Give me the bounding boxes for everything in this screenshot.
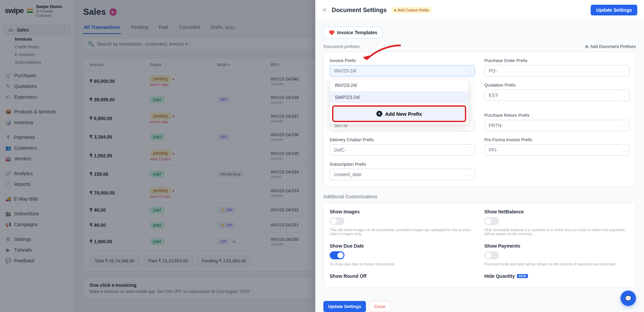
chevron-down-icon: ⌄ [623,69,625,73]
add-custom-fields-badge[interactable]: ●Add Custom Fields [391,7,432,13]
heart-icon: ❤️ [329,30,334,35]
po-prefix-select[interactable]: PO-⌄ [484,65,630,76]
invoice-prefix-dropdown: INV/23-24/ SWP/23-24/ + Add New Prefix [330,79,469,124]
show-netbalance-toggle[interactable] [484,217,499,225]
add-new-prefix-button[interactable]: + Add New Prefix [332,105,466,122]
chevron-down-icon: ⌄ [468,124,471,127]
chat-widget[interactable]: 💬 [621,291,636,306]
update-settings-button-footer[interactable]: Update Settings [323,301,366,312]
plus-icon: + [376,111,382,117]
purchase-return-prefix-select[interactable]: PRTN-⌄ [484,120,630,131]
invoice-templates-button[interactable]: ❤️ Invoice Templates [323,27,383,39]
close-button-footer[interactable]: Close [369,301,390,312]
chat-icon: 💬 [625,295,632,302]
show-payments-label: Show Payments [484,243,630,249]
show-images-label: Show Images [330,209,475,214]
subscription-prefix-select[interactable]: created_date⌄ [330,169,475,180]
hide-quantity-label: Hide QuantityNEW [484,273,630,279]
quotation-prefix-select[interactable]: EST-⌄ [484,90,630,101]
show-netbalance-label: Show NetBalance [484,209,630,214]
chevron-down-icon: ⌄ [468,148,471,152]
show-images-toggle[interactable] [330,217,344,225]
chevron-down-icon: ⌄ [623,148,625,152]
new-badge: NEW [517,274,528,278]
delivery-prefix-select[interactable]: DelC-⌄ [330,144,475,156]
plus-circle-icon: ⊕ [585,44,589,49]
show-payments-toggle[interactable] [484,251,499,259]
subscription-prefix-label: Subscription Prefix [330,162,475,167]
close-icon[interactable]: ✕ [322,6,327,14]
chevron-down-icon: ⌄ [468,69,471,73]
drawer-title: Document Settings [332,7,387,14]
purchase-return-prefix-label: Purchase Return Prefix [484,113,630,118]
add-document-prefixes-link[interactable]: ⊕Add Document Prefixes [585,44,636,49]
bolt-icon: ● [394,8,396,12]
delivery-prefix-label: Delivery Challan Prefix [330,137,475,142]
update-settings-button[interactable]: Update Settings [591,5,637,15]
show-due-date-label: Show Due Date [330,243,475,249]
proforma-prefix-label: Pro Forma Invoice Prefix [484,137,630,142]
proforma-prefix-select[interactable]: PFI-⌄ [484,144,630,156]
show-due-date-toggle[interactable] [330,251,344,259]
chevron-down-icon: ⌄ [623,124,625,127]
quotation-prefix-label: Quotation Prefix [484,83,630,88]
dropdown-option[interactable]: SWP/23-24/ [330,91,468,103]
additional-card: Show Images This will show images on all… [323,203,636,288]
chevron-down-icon: ⌄ [623,94,625,97]
additional-customizations-label: Additional Customizations [323,194,636,199]
dropdown-option[interactable]: INV/23-24/ [330,79,468,91]
document-settings-drawer: ✕ Document Settings ●Add Custom Fields U… [315,0,644,312]
prefixes-label: Document prefixes [323,44,360,49]
invoice-prefix-select[interactable]: INV/23-24/ ⌄ [330,65,475,76]
prefixes-card: Invoice Prefix INV/23-24/ ⌄ INV/23-24/ S… [323,52,636,187]
show-round-off-label: Show Round Off [330,273,475,279]
chevron-down-icon: ⌄ [468,173,471,176]
invoice-prefix-label: Invoice Prefix [330,58,475,63]
po-prefix-label: Purchase Order Prefix [484,58,630,63]
